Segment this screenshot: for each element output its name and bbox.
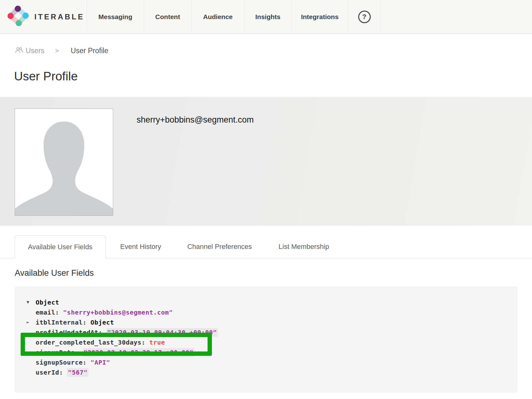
field-value: Object bbox=[91, 319, 114, 326]
help-icon: ? bbox=[358, 11, 371, 23]
field-row-profileupdatedat: profileUpdatedAt: "2020-03-19 09:04:30 +… bbox=[36, 327, 517, 337]
fields-section-heading: Available User Fields bbox=[15, 268, 94, 278]
nav-item-content[interactable]: Content bbox=[144, 0, 191, 33]
field-row-signupdate: signupDate: "2020-03-19 03:39:17 +00:00" bbox=[36, 347, 517, 357]
nav-item-integrations[interactable]: Integrations bbox=[291, 0, 348, 33]
field-row-email: email: "sherry+bobbins@segment.com" bbox=[36, 307, 517, 317]
nav-item-messaging[interactable]: Messaging bbox=[87, 0, 144, 33]
breadcrumb: Users > User Profile bbox=[15, 46, 108, 55]
tab-list-membership[interactable]: List Membership bbox=[274, 235, 334, 258]
profile-hero: sherry+bobbins@segment.com bbox=[0, 97, 532, 226]
chevron-right-icon: > bbox=[55, 47, 59, 54]
user-profile-page: ITERABLE Messaging Content Audience Insi… bbox=[0, 0, 532, 399]
nav-item-insights[interactable]: Insights bbox=[244, 0, 291, 33]
field-row-order-completed-last-30days: order_completed_last_30days: true bbox=[36, 337, 517, 347]
field-value: "sherry+bobbins@segment.com" bbox=[63, 309, 173, 316]
nav-spacer bbox=[381, 0, 532, 33]
user-email: sherry+bobbins@segment.com bbox=[137, 115, 254, 125]
page-title: User Profile bbox=[14, 69, 78, 83]
root-object-label: Object bbox=[36, 299, 59, 306]
nav-item-audience[interactable]: Audience bbox=[191, 0, 244, 33]
field-value: true bbox=[149, 339, 165, 346]
top-nav: ITERABLE Messaging Content Audience Insi… bbox=[0, 0, 532, 34]
field-value: "567" bbox=[67, 368, 88, 377]
help-button[interactable]: ? bbox=[348, 0, 381, 33]
avatar bbox=[15, 109, 113, 216]
field-value: "API" bbox=[91, 359, 110, 366]
field-row-signupsource: signupSource: "API" bbox=[36, 357, 517, 367]
breadcrumb-current: User Profile bbox=[71, 47, 108, 55]
tree-root-row: ▼Object bbox=[36, 297, 517, 307]
expand-triangle-icon[interactable]: ► bbox=[27, 317, 29, 327]
tab-channel-preferences[interactable]: Channel Preferences bbox=[183, 235, 256, 258]
field-value: "2020-03-19 09:04:30 +00:00" bbox=[106, 328, 218, 337]
field-row-userid: userId: "567" bbox=[36, 367, 517, 377]
breadcrumb-users-link[interactable]: Users bbox=[15, 47, 44, 55]
fields-tree: ▼Object email: "sherry+bobbins@segment.c… bbox=[15, 287, 517, 377]
iterable-logo[interactable]: ITERABLE bbox=[0, 0, 87, 33]
tab-event-history[interactable]: Event History bbox=[117, 235, 164, 258]
collapse-triangle-icon[interactable]: ▼ bbox=[27, 297, 29, 307]
profile-tabs: Available User Fields Event History Chan… bbox=[0, 235, 532, 258]
tab-available-user-fields[interactable]: Available User Fields bbox=[15, 235, 106, 258]
iterable-logo-icon bbox=[8, 5, 29, 29]
field-row-itblinternal: ►itblInternal: Object bbox=[36, 317, 517, 327]
users-icon bbox=[15, 47, 23, 55]
brand-wordmark: ITERABLE bbox=[34, 13, 84, 21]
user-fields-panel: ▼Object email: "sherry+bobbins@segment.c… bbox=[15, 287, 517, 392]
field-value: "2020-03-19 03:39:17 +00:00" bbox=[83, 348, 194, 357]
